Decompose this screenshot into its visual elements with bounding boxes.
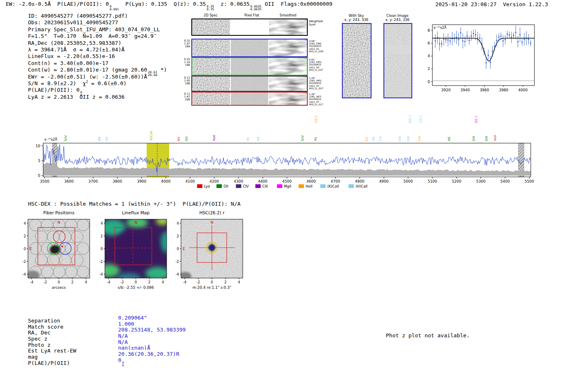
legend-label: MgII [284, 184, 291, 188]
line-label: CIII ] [314, 116, 318, 123]
info-line: ID: 4090545277 (4090545277.pdf) [28, 13, 167, 19]
cutout-cell-flat [231, 39, 269, 56]
cutout-cell-smooth [269, 93, 307, 105]
x-tick-label: -2 [44, 280, 47, 284]
info-line: Cont(w) = 2.80(±0.01)e-17 (gmag 20.6020.… [28, 67, 167, 73]
cutout-cell-smooth [269, 19, 307, 35]
line-label: SiIV [301, 135, 304, 141]
x-tick-label: 4100 [185, 179, 195, 183]
field-smudge [26, 271, 39, 280]
x-tick-label: 5400 [500, 179, 510, 183]
x-tick-label: -4 [183, 280, 186, 284]
panel-title: HSC(26.2) r [199, 210, 225, 215]
match-row-value: 208.253148, 53.983399 [118, 327, 186, 333]
cutout-row-stats: 0.311.07189 [180, 39, 190, 48]
info-line: F=1.5" T=0.170 N̄=1.09 A=0.93̄ g=24.9̄ [28, 33, 167, 39]
cutout-row [191, 39, 308, 57]
x-tick-label: 3600 [64, 179, 74, 183]
spectrum-line [43, 144, 530, 172]
withsky-noise [343, 24, 371, 97]
panel-xlabel: s/b: -2.55 +/- 0.086 [118, 285, 154, 290]
cutout-row-annotation: 0.58"(243, 336)20230615v011_01403_LL_036 [309, 40, 332, 53]
fit-plot: 3920394039603980400002468e⁻¹⁷x2Å [418, 20, 541, 94]
cutout-cell-noise [192, 77, 230, 91]
y-tick-label: 2 [177, 234, 179, 238]
header-stats: EW: -2.0±-0.5Å P(LAE)/P(OII): 000.001 P(… [6, 1, 332, 11]
cutout-cell-noise [192, 39, 230, 56]
withsky-coords: x, y: 243, 336 [340, 18, 373, 22]
panel-xlabel: m:20.4 re:1.1" s:0.3" [193, 285, 231, 290]
stacked-fraction: 0.06350.0635 [251, 5, 262, 11]
x-tick-label: 0 [135, 280, 137, 284]
x-tick-label: 5500 [525, 179, 534, 183]
x-tick-label: 4700 [331, 179, 340, 183]
y-tick-label: 8 [427, 28, 430, 32]
x-tick-label: 2 [148, 280, 150, 284]
cleanimage-image [383, 23, 412, 98]
line-label: SiIV [64, 135, 67, 141]
line-label: OIII [406, 136, 410, 141]
x-tick-label: 5300 [476, 179, 485, 183]
error-band [43, 162, 531, 176]
x-tick-label: 5000 [404, 179, 413, 183]
panel-title: Lineflux Map [122, 210, 150, 215]
y-tick-label: 5 [38, 159, 40, 163]
lineflux-map-panel: -4-4-2-2002244Lineflux Maps/b: -2.55 +/-… [89, 208, 174, 294]
x-tick-label: 4 [162, 280, 164, 284]
cutout-row-annotation: WeightedSum [309, 20, 332, 26]
match-row-value: N/A [118, 333, 186, 339]
match-row-value: 000 [118, 357, 186, 363]
match-row-label: Spec z [28, 336, 76, 342]
stacked-fraction: 20.6120.60 [148, 71, 158, 77]
cutout-row [191, 92, 308, 106]
cutout-grid: WeightedSum0.311.071890.58"(243, 336)202… [180, 12, 332, 111]
info-line: EWr = -2.00(±0.51) (w: -2.50(±0.60))Å [28, 74, 167, 80]
line-label: Hε [246, 137, 250, 141]
fiber-positions-panel: -4-4-2-2002244Fiber PositionsarcsecsNE [12, 208, 97, 294]
line-label: OIII } [408, 115, 412, 123]
x-tick-label: -2 [197, 280, 200, 284]
line-label: CIII } [419, 115, 423, 123]
cutout-row [191, 76, 308, 92]
y-tick-label: -2 [176, 260, 179, 264]
cleanimage-noise [384, 24, 411, 97]
x-tick-label: 3980 [499, 88, 509, 92]
stacked-fraction: 00 [122, 361, 124, 367]
y-tick-label: -4 [100, 272, 103, 276]
x-tick-label: 4300 [234, 179, 243, 183]
compass-e: E [107, 247, 109, 251]
x-tick-label: 2 [71, 280, 73, 284]
spectrum-plot: 3500360037003800390040004100420043004400… [33, 108, 545, 192]
match-row-label: Separation [28, 318, 76, 324]
line-label: OIII [472, 136, 476, 141]
legend-swatch [216, 184, 222, 188]
line-label: OIII [485, 136, 488, 141]
y-tick-label: -2 [23, 260, 26, 264]
match-marker-blue [210, 246, 214, 250]
x-tick-label: 0 [211, 280, 213, 284]
legend-label: CIV [243, 184, 249, 188]
flux-core [113, 230, 156, 268]
line-label: HeII [212, 135, 216, 141]
x-tick-label: 3500 [40, 179, 49, 183]
info-line: RA,Dec (208.253052,53.983387) [28, 40, 167, 46]
line-label: Hβ [447, 137, 451, 141]
line-label: Hγ [314, 137, 317, 141]
line-label: CII [365, 137, 369, 141]
line-label: (K)CaII [149, 131, 153, 141]
timestamp: 2025-01-20 23:08:27 Version 1.22.3 [435, 1, 548, 7]
unit-label: e⁻¹⁷x2Å [434, 25, 446, 30]
x-tick-label: 2 [224, 280, 226, 284]
compass-e: E [30, 247, 32, 251]
info-line: Primary Spec_Slot_IFU_AMP: 403_074_070_L… [28, 26, 167, 33]
cutout-cell-noise [192, 19, 230, 35]
info-line: LineFlux = -2.20(±0.55)e-16 [28, 53, 167, 60]
x-tick-label: 5100 [427, 179, 437, 183]
spectrum-legend: LyαOIICIVCIIIMgIIHeII(K)CaII(H)CaII [197, 184, 367, 188]
legend-label: (H)CaII [355, 184, 367, 188]
info-line: Cont(n) = 3.40(±0.00)e-17 [28, 60, 167, 67]
y-tick-label: 0 [101, 247, 103, 251]
match-values: 0.209064"1.000208.253148, 53.983399N/AN/… [118, 315, 186, 363]
legend-label: CIII [262, 184, 268, 188]
match-row-label: mag [28, 354, 76, 360]
